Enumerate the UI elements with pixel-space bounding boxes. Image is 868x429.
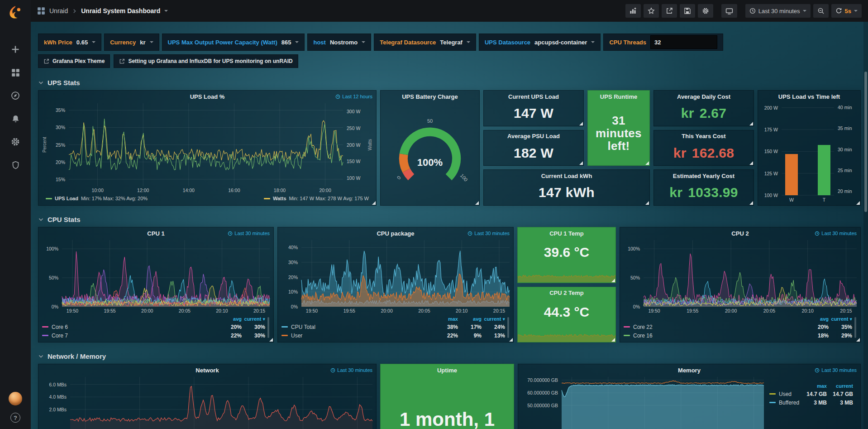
chart-legend-table[interactable]: avgcurrent ▾Core 620%30%Core 722%30% — [42, 315, 270, 340]
scrollbar-thumb[interactable] — [864, 72, 867, 212]
configuration-gear-icon[interactable] — [10, 136, 21, 148]
plot-area[interactable] — [644, 240, 857, 307]
chevron-down-icon[interactable] — [164, 10, 168, 12]
legend-column-header[interactable]: avg — [805, 316, 829, 322]
panel-title[interactable]: UPS Load % — [190, 93, 225, 100]
panel-title[interactable]: CPU 1 — [147, 230, 164, 237]
panel-title[interactable]: Average Daily Cost — [677, 93, 730, 100]
stat-value: 147 W — [514, 106, 553, 121]
variable-dropdown[interactable]: UPS Max Output Power Capacity (Watt) 865 — [162, 34, 305, 51]
server-admin-shield-icon[interactable] — [10, 159, 21, 171]
panel-title[interactable]: UPS Runtime — [600, 93, 637, 100]
variable-label: kWh Price — [44, 39, 72, 46]
clock-icon — [815, 368, 820, 373]
star-dashboard-button[interactable] — [644, 4, 659, 18]
plot-area[interactable] — [70, 377, 372, 429]
panel-title[interactable]: UPS Load vs Time left — [778, 93, 840, 100]
chart-legend-table[interactable]: maxavgcurrent ▾CPU Total38%17%24%User22%… — [281, 315, 510, 340]
panel-time-range[interactable]: Last 12 hours — [335, 91, 372, 102]
panel-title[interactable]: CPU package — [377, 230, 414, 237]
plot-area[interactable] — [301, 240, 510, 307]
series-name[interactable]: User — [291, 333, 302, 339]
panel-time-range[interactable]: Last 30 minutes — [330, 364, 372, 376]
bar[interactable] — [785, 154, 798, 195]
cycle-view-mode-button[interactable] — [721, 4, 737, 18]
series-name[interactable]: Core 22 — [633, 324, 653, 330]
share-dashboard-button[interactable] — [662, 4, 677, 18]
breadcrumb-folder[interactable]: Unraid — [49, 7, 68, 14]
legend-column-header[interactable]: current — [827, 383, 853, 389]
explore-icon[interactable] — [10, 90, 21, 101]
zoom-out-time-button[interactable] — [813, 4, 829, 18]
refresh-button[interactable]: 5s — [831, 4, 862, 18]
cpu-threads-input[interactable] — [650, 35, 717, 49]
panel-title[interactable]: Average PSU Load — [507, 133, 560, 140]
dashboards-icon[interactable] — [10, 67, 21, 78]
section-network-memory[interactable]: Network / Memory — [38, 352, 861, 360]
panel-title[interactable]: Memory — [678, 367, 701, 374]
chart-legend-table[interactable]: maxcurrentUsed14.7 GB14.7 GBBuffered3 MB… — [764, 378, 857, 429]
legend-column-header[interactable]: max — [434, 316, 458, 322]
dashboard-link[interactable]: Setting up Grafana and InfluxDB for UPS … — [114, 54, 298, 68]
time-range-label: Last 30 minutes — [758, 8, 800, 14]
plot-area[interactable] — [62, 240, 270, 307]
refresh-interval-label[interactable]: 5s — [845, 8, 851, 14]
page-title[interactable]: Unraid System Dashboard — [81, 7, 160, 14]
series-name[interactable]: Core 7 — [52, 333, 68, 339]
panel-time-range[interactable]: Last 30 minutes — [815, 227, 857, 239]
user-avatar[interactable] — [9, 392, 22, 405]
dashboard-settings-button[interactable] — [698, 4, 713, 18]
legend-column-header[interactable]: avg — [458, 316, 482, 322]
series-name[interactable]: Buffered — [779, 400, 799, 406]
series-name[interactable]: CPU Total — [291, 324, 315, 330]
add-panel-button[interactable] — [625, 4, 641, 18]
variable-dropdown[interactable]: Telegraf Datasource Telegraf — [374, 34, 476, 51]
variable-dropdown[interactable]: UPS Datasource apcupsd-container — [479, 34, 601, 51]
help-icon[interactable]: ? — [10, 413, 20, 423]
section-cpu-stats[interactable]: CPU Stats — [38, 216, 861, 223]
series-name[interactable]: Core 6 — [52, 324, 68, 330]
panel-title[interactable]: CPU 1 Temp — [549, 230, 584, 237]
legend-column-header[interactable]: max — [801, 383, 827, 389]
plot-area[interactable]: W T — [782, 103, 834, 195]
chart-legend-table[interactable]: avgcurrent ▾Core 2220%35%Core 1618%29% — [624, 315, 857, 340]
axis-tick-label: 2.0 MBs — [49, 407, 67, 412]
grafana-logo[interactable] — [6, 4, 25, 23]
section-ups-stats[interactable]: UPS Stats — [38, 79, 861, 87]
panel-title[interactable]: Current Load kWh — [541, 173, 592, 179]
legend-column-header[interactable]: current ▾ — [242, 316, 265, 322]
variable-dropdown[interactable]: host Nostromo — [307, 34, 371, 51]
save-dashboard-button[interactable] — [680, 4, 695, 18]
legend-value: 3 MB — [827, 400, 853, 406]
panel-title[interactable]: CPU 2 — [731, 230, 749, 237]
series-name[interactable]: Core 16 — [633, 333, 653, 339]
panel-time-range[interactable]: Last 30 minutes — [467, 227, 510, 239]
panel-title[interactable]: Estimated Yearly Cost — [673, 173, 734, 179]
dashboard-link[interactable]: Grafana Plex Theme — [38, 54, 110, 68]
series-name[interactable]: Used — [779, 391, 792, 397]
panel-title[interactable]: CPU 2 Temp — [549, 289, 584, 296]
legend-column-header[interactable]: current ▾ — [482, 316, 505, 322]
sidebar-menu — [10, 43, 21, 171]
plot-area[interactable] — [562, 377, 764, 429]
bar[interactable] — [818, 145, 830, 195]
legend-value: 38% — [434, 324, 458, 330]
panel-title[interactable]: Uptime — [437, 367, 457, 374]
variable-label: host — [313, 39, 325, 46]
plot-area[interactable] — [69, 103, 343, 186]
legend-column-header[interactable]: avg — [218, 316, 242, 322]
create-icon[interactable] — [10, 43, 21, 55]
alerting-bell-icon[interactable] — [10, 113, 21, 125]
legend-item[interactable]: UPS Load Min: 17% Max: 32% Avg: 20% — [46, 196, 148, 201]
panel-title[interactable]: Current UPS Load — [508, 93, 559, 100]
time-range-picker[interactable]: Last 30 minutes — [745, 4, 811, 18]
panel-title[interactable]: Network — [196, 367, 219, 374]
panel-title[interactable]: This Years Cost — [682, 133, 725, 140]
panel-time-range[interactable]: Last 30 minutes — [228, 227, 270, 239]
variable-dropdown[interactable]: Currency kr — [104, 34, 159, 51]
variable-dropdown[interactable]: kWh Price 0.65 — [38, 34, 101, 51]
legend-item[interactable]: Watts Min: 147 W Max: 278 W Avg: 175 W — [264, 196, 369, 201]
panel-time-range[interactable]: Last 30 minutes — [815, 364, 857, 376]
panel-title[interactable]: UPS Battery Charge — [402, 93, 458, 100]
legend-column-header[interactable]: current ▾ — [829, 316, 852, 322]
